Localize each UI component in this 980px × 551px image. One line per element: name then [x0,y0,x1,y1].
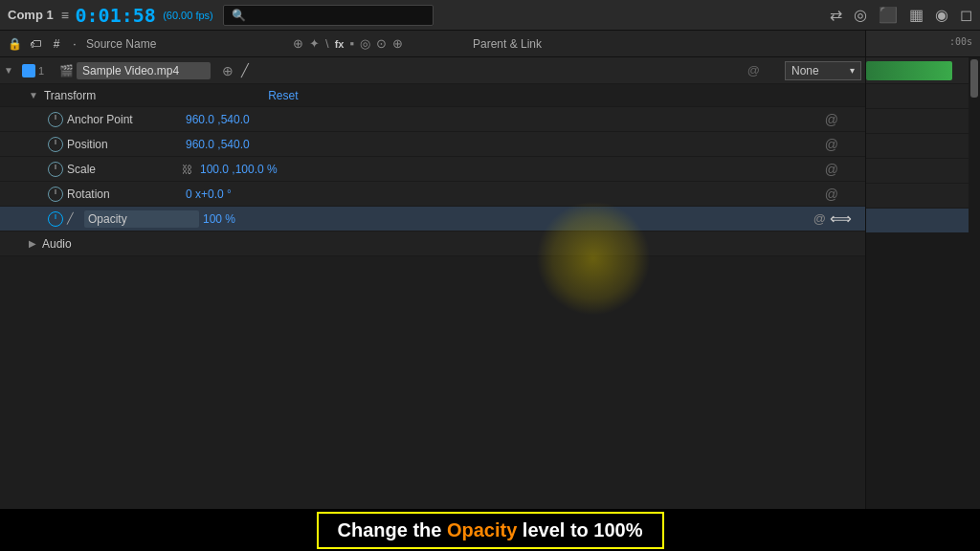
switches-header: ⊕ ✦ \ fx ▪ ◎ ⊙ ⊕ [293,36,465,51]
opacity-value[interactable]: 100 % [203,212,235,226]
timeline-clip[interactable] [866,61,952,80]
rotation-track [866,184,980,209]
switch-icon-7: ⊙ [376,36,387,51]
subtitle-prefix: Change the [338,519,447,540]
switch-icon-6: ◎ [360,36,370,51]
box-icon[interactable]: ⬛ [879,6,898,24]
parent-value: None [791,64,819,77]
num-header: # [46,37,67,51]
audio-expand-icon[interactable]: ▶ [29,238,36,249]
rotation-label: Rotation [67,187,182,201]
film-icon[interactable]: ▦ [909,6,924,24]
position-label: Position [67,138,182,151]
switch-icon-fx: fx [335,38,345,50]
scale-label: Scale [67,163,182,176]
timeline-layer-track [866,57,980,84]
timeline-ruler: :00s [866,31,980,57]
source-name-header: Source Name [82,37,293,51]
timecode: 0:01:58 [76,4,156,27]
opacity-stopwatch-icon[interactable] [48,211,63,227]
layer-row[interactable]: ▼ 1 🎬 Sample Video.mp4 ⊕ ╱ @ None ▾ [0,57,865,84]
layer-switches: ⊕ ╱ [222,63,249,78]
transform-track [866,84,980,109]
link-spiral-icon: @ [747,63,760,77]
subtitle-suffix: level to 100% [517,519,642,540]
layer-expand-arrow[interactable]: ▼ [4,65,19,76]
transform-expand-icon[interactable]: ▼ [29,90,38,100]
transform-reset-button[interactable]: Reset [268,89,298,102]
top-bar: Comp 1 ≡ 0:01:58 (60.00 fps) ⇄ ◎ ⬛ ▦ ◉ ◻ [0,0,980,31]
switch-icon-5: ▪ [349,36,354,51]
scale-row: Scale ⛓ 100.0 ,100.0 % @ [0,157,865,182]
dropdown-arrow-icon: ▾ [850,65,855,76]
anchor-track [866,109,980,134]
opacity-controls: @ ⟺ [813,209,852,228]
scale-track [866,159,980,184]
label-icon: 🏷 [25,37,46,51]
layer-name[interactable]: Sample Video.mp4 [77,62,211,79]
anchor-point-label: Anchor Point [67,113,182,126]
menu-icon[interactable]: ≡ [61,8,69,23]
switch-icon-3: \ [325,36,329,51]
position-stopwatch-icon[interactable] [48,137,63,152]
right-panel: :00s [866,31,980,509]
position-spiral-icon: @ [825,137,838,152]
left-panel: 🔒 🏷 # · Source Name ⊕ ✦ \ fx ▪ ◎ ⊙ ⊕ Par… [0,31,866,509]
anchor-spiral-icon: @ [825,112,838,127]
rotation-value[interactable]: 0 x+0.0 ° [186,187,232,201]
layer-number: 1 [38,65,59,77]
anchor-point-value[interactable]: 960.0 ,540.0 [186,113,250,126]
sphere-icon[interactable]: ◎ [854,6,867,24]
column-headers: 🔒 🏷 # · Source Name ⊕ ✦ \ fx ▪ ◎ ⊙ ⊕ Par… [0,31,865,57]
time-marker: :00s [949,36,972,47]
right-scrollbar[interactable] [969,57,980,509]
fps-label: (60.00 fps) [163,10,213,21]
opacity-graph-icon[interactable]: ╱ [67,212,80,225]
main-area: 🔒 🏷 # · Source Name ⊕ ✦ \ fx ▪ ◎ ⊙ ⊕ Par… [0,31,980,509]
scale-stopwatch-icon[interactable] [48,162,63,177]
switch-icon-8: ⊕ [392,36,403,51]
globe-icon[interactable]: ◉ [935,6,948,24]
comp-title: Comp 1 [8,8,54,22]
rotation-row: Rotation 0 x+0.0 ° @ [0,182,865,207]
rotation-stopwatch-icon[interactable] [48,187,63,202]
position-row: Position 960.0 ,540.0 @ [0,132,865,157]
timeline-track-area [866,57,980,509]
layer-align-icon[interactable]: ⊕ [222,63,234,78]
crop-icon[interactable]: ◻ [960,6,972,24]
dot-header: · [67,37,82,51]
audio-row[interactable]: ▶ Audio [0,231,865,256]
parent-dropdown[interactable]: None ▾ [785,61,861,80]
opacity-keyframe-icon[interactable]: ⟺ [830,209,852,228]
scale-spiral-icon: @ [825,162,838,177]
anchor-stopwatch-icon[interactable] [48,112,63,127]
anchor-point-row: Anchor Point 960.0 ,540.0 @ [0,107,865,132]
rotation-spiral-icon: @ [825,187,838,202]
parent-link-area: @ None ▾ [747,61,861,80]
layer-color-swatch [22,64,35,77]
toolbar-icons: ⇄ ◎ ⬛ ▦ ◉ ◻ [830,6,972,24]
position-value[interactable]: 960.0 ,540.0 [186,138,250,151]
position-track [866,134,980,159]
scale-link-icon: ⛓ [182,164,192,175]
transform-label: Transform [44,89,96,102]
layer-pen-icon[interactable]: ╱ [241,63,249,77]
switch-icon-1: ⊕ [293,36,303,51]
switch-icon-2: ✦ [309,36,320,51]
parent-link-header: Parent & Link [465,37,861,51]
usb-icon[interactable]: ⇄ [830,6,842,24]
scale-value[interactable]: 100.0 ,100.0 % [200,163,278,176]
layer-type-icon: 🎬 [59,64,77,77]
opacity-row: ╱ Opacity 100 % @ ⟺ [0,207,865,231]
opacity-spiral-icon: @ [813,211,826,226]
search-input[interactable] [223,5,434,26]
opacity-label: Opacity [84,210,199,228]
opacity-track [866,209,980,233]
subtitle-box: Change the Opacity level to 100% [317,512,664,549]
subtitle-bar: Change the Opacity level to 100% [0,509,980,551]
audio-label: Audio [42,237,72,251]
lock-icon: 🔒 [4,37,25,51]
transform-header: ▼ Transform Reset [0,84,865,107]
subtitle-highlight: Opacity [447,519,517,540]
scrollbar-thumb[interactable] [970,59,978,98]
